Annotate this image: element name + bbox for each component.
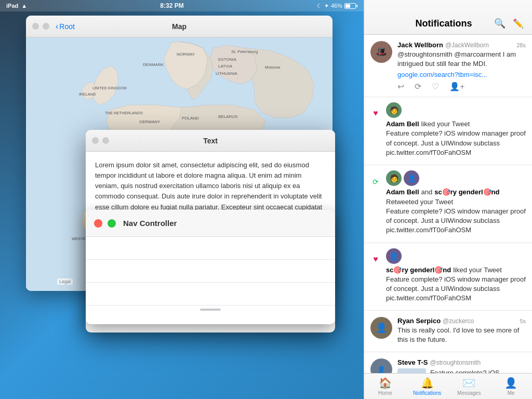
username-rt-1: Adam Bell (386, 188, 419, 196)
like-action-text-4: liked your Tweet (453, 266, 502, 274)
like-icon-2: ♥ (370, 102, 381, 118)
tweet-link-jack[interactable]: google.com/search?tbm=isc... (397, 71, 526, 78)
handle-steve: @stroughtonsmith (430, 359, 481, 366)
nav-btn-red[interactable] (94, 219, 102, 228)
nav-btn-green[interactable] (108, 219, 116, 228)
status-right: ☾ ✦ 46% (317, 3, 357, 9)
notif-body-5: Ryan Serpico @zuckerco 5s This is really… (397, 317, 526, 347)
username-adam-like: Adam Bell (386, 120, 419, 128)
home-label: Home (378, 390, 392, 396)
reply-action[interactable]: ↩ (397, 82, 404, 91)
back-button[interactable]: ‹ Root (56, 22, 75, 31)
time-ryan: 5s (520, 318, 526, 324)
time-display: 8:32 PM (160, 2, 183, 9)
avatar-scary-rt: 👤 (404, 170, 419, 186)
retweet-action[interactable]: ⟳ (415, 82, 421, 91)
right-panel: Notifications 🔍 ✏️ 🎩 Jack Wellborn @Jack… (364, 0, 532, 399)
messages-icon: ✉️ (462, 377, 475, 389)
search-icon[interactable]: 🔍 (494, 18, 506, 29)
svg-text:LATVIA: LATVIA (218, 64, 233, 69)
quote-tweet-body: Feature complete? iOS window... (397, 368, 526, 373)
status-left: iPad ▲ (6, 3, 27, 9)
svg-text:NORWAY: NORWAY (177, 52, 195, 57)
rt-action-text-3: Retweeted your Tweet (386, 198, 453, 206)
notif-body-6: Steve T-S @stroughtonsmith Feature compl… (397, 358, 526, 373)
tweet-actions-jack: ↩ ⟳ ♡ 👤+ (397, 82, 526, 91)
svg-text:BELARUS: BELARUS (218, 114, 237, 119)
handle-ryan: @zuckerco (443, 317, 474, 325)
drag-handle (200, 309, 221, 311)
avatar-steve: 👤 (370, 358, 392, 373)
follow-action[interactable]: 👤+ (449, 82, 464, 91)
notif-body-1: Jack Wellborn @JackWellborn 28s @strough… (397, 41, 526, 91)
notification-item-1[interactable]: 🎩 Jack Wellborn @JackWellborn 28s @strou… (364, 35, 532, 97)
liked-tweet-text-2: Feature complete? iOS window manager pro… (386, 129, 526, 157)
like-icon-4: ♥ (370, 248, 381, 264)
text-win-btn-1[interactable] (92, 137, 99, 144)
notification-list[interactable]: 🎩 Jack Wellborn @JackWellborn 28s @strou… (364, 35, 532, 373)
rt-tweet-text-3: Feature complete? iOS window manager pro… (386, 207, 526, 235)
svg-text:POLAND: POLAND (182, 116, 199, 121)
notif-retweet-body-3: 🧑 👤 Adam Bell and sc🎯ry genderl🎯nd Retwe… (386, 170, 526, 237)
header-icons: 🔍 ✏️ (494, 18, 524, 29)
tab-bar: 🏠 Home 🔔 Notifications ✉️ Messages 👤 Me (364, 373, 532, 399)
wifi-icon: ▲ (21, 3, 27, 9)
notifications-header: Notifications 🔍 ✏️ (364, 0, 532, 35)
handle-jack: @JackWellborn (445, 42, 489, 49)
nav-row-2[interactable] (86, 260, 335, 283)
notifications-icon: 🔔 (421, 377, 434, 389)
text-titlebar: Text (86, 130, 335, 152)
compose-icon[interactable]: ✏️ (513, 18, 524, 29)
nav-window-title: Nav Controller (123, 219, 177, 228)
svg-text:GERMANY: GERMANY (139, 119, 161, 124)
nav-window[interactable]: Nav Controller (86, 210, 335, 324)
quote-text-steve: Feature complete? iOS window... (430, 368, 526, 373)
tab-me[interactable]: 👤 Me (490, 374, 532, 399)
svg-text:ESTONIA: ESTONIA (218, 57, 237, 62)
text-window-buttons (92, 137, 109, 144)
notif-like-body-2: 🧑 Adam Bell liked your Tweet Feature com… (386, 102, 526, 159)
avatar-scary-like: 👤 (386, 248, 402, 264)
nav-titlebar: Nav Controller (86, 210, 335, 237)
status-bar: iPad ▲ 8:32 PM ☾ ✦ 46% (0, 0, 364, 11)
nav-row-3[interactable] (86, 283, 335, 305)
tab-messages[interactable]: ✉️ Messages (448, 374, 490, 399)
notification-item-3[interactable]: ⟳ 🧑 👤 Adam Bell and sc🎯ry genderl🎯nd Ret… (364, 165, 532, 243)
notification-item-4[interactable]: ♥ 👤 sc🎯ry genderl🎯nd liked your Tweet Fe… (364, 243, 532, 311)
retweet-icon-3: ⟳ (370, 170, 381, 186)
map-window-title: Map (172, 22, 187, 31)
quote-image-thumb (397, 368, 426, 373)
notifications-tab-label: Notifications (413, 390, 441, 396)
avatar-ryan: 👤 (370, 317, 392, 339)
notification-item-2[interactable]: ♥ 🧑 Adam Bell liked your Tweet Feature c… (364, 97, 532, 165)
tab-notifications[interactable]: 🔔 Notifications (406, 374, 448, 399)
nav-row-1[interactable] (86, 237, 335, 260)
tweet-text-jack: @stroughtonsmith @marcoarment I am intri… (397, 50, 526, 69)
notif-like-body-4: 👤 sc🎯ry genderl🎯nd liked your Tweet Feat… (386, 248, 526, 305)
carrier-label: iPad (6, 3, 18, 9)
window-btn-1[interactable] (32, 23, 39, 30)
tab-home[interactable]: 🏠 Home (364, 374, 406, 399)
notification-item-6[interactable]: 👤 Steve T-S @stroughtonsmith Feature com… (364, 352, 532, 373)
moon-icon: ☾ (317, 3, 322, 9)
nav-content (86, 237, 335, 324)
svg-text:IRELAND: IRELAND (79, 92, 96, 97)
notification-item-5[interactable]: 👤 Ryan Serpico @zuckerco 5s This is real… (364, 311, 532, 352)
window-btn-2[interactable] (43, 23, 49, 30)
me-label: Me (508, 390, 515, 396)
svg-text:Moscow: Moscow (265, 65, 281, 70)
like-action[interactable]: ♡ (432, 82, 439, 91)
map-titlebar: ‹ Root Map (26, 16, 332, 37)
battery-percent: 46% (331, 3, 342, 9)
text-window-title: Text (203, 137, 218, 145)
map-window-buttons (32, 23, 49, 30)
back-chevron-icon: ‹ (56, 22, 58, 31)
messages-label: Messages (457, 390, 481, 396)
back-label: Root (59, 22, 75, 31)
svg-text:LITHUANIA: LITHUANIA (216, 71, 237, 76)
home-icon: 🏠 (379, 377, 392, 389)
svg-text:THE NETHERLANDS: THE NETHERLANDS (105, 111, 143, 115)
time-jack: 28s (516, 42, 526, 48)
text-win-btn-2[interactable] (102, 137, 109, 144)
me-icon: 👤 (504, 377, 517, 389)
